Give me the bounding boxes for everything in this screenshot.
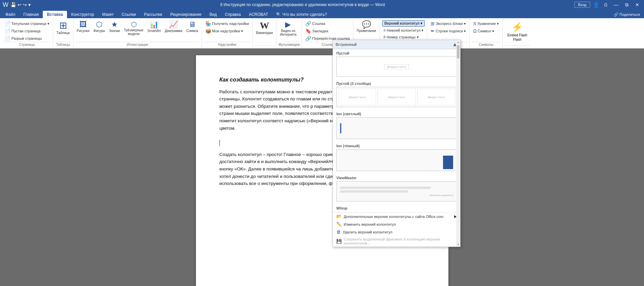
pictures-button[interactable]: 🖼 Рисунки xyxy=(75,20,91,33)
comment-button[interactable]: 💬 Примечание xyxy=(355,20,378,33)
signature-lines-button[interactable]: ✒ Строки подписи ▾ xyxy=(429,28,467,34)
page-break-button[interactable]: 📄 Разрыв страницы xyxy=(3,35,51,42)
3d-models-button[interactable]: ⬡ Трёхмерныемодели xyxy=(123,20,145,36)
tab-review[interactable]: Рецензирование xyxy=(166,11,206,18)
flash-sublabel: Flash xyxy=(513,38,521,41)
chart-button[interactable]: 📈 Диаграмма xyxy=(164,20,184,33)
page-number-button[interactable]: # Номер страницы ▾ xyxy=(382,34,425,40)
video-button[interactable]: ▶ Видео изИнтернета xyxy=(278,20,298,37)
minimize-button[interactable]: — xyxy=(612,2,620,7)
pages-label: Страницы xyxy=(3,42,51,47)
my-addons-icon: 📦 xyxy=(205,28,211,34)
login-button[interactable]: Вход xyxy=(574,2,590,8)
pictures-icon: 🖼 xyxy=(79,21,87,28)
comments-group-content: 💬 Примечание xyxy=(355,19,378,42)
window-title: 9 Инструкция по созданию, редактированию… xyxy=(31,2,574,7)
vm-line-2 xyxy=(340,190,408,193)
text-buttons: ⊞ Экспресс-блоки ▾ ✒ Строки подписи ▾ xyxy=(429,20,467,34)
footer-button[interactable]: ≡ Нижний колонтитул ▾ xyxy=(382,27,425,33)
edit-header-icon: ✏️ xyxy=(336,222,342,227)
share-icon[interactable]: ⎙ xyxy=(602,2,609,7)
save-to-collection-button[interactable]: 💾 Сохранить выделенный фрагмент в коллек… xyxy=(333,236,460,247)
customize-icon[interactable]: ▾ xyxy=(28,2,31,7)
bookmark-button[interactable]: 🔖 Закладка xyxy=(304,28,351,34)
tab-home[interactable]: Главная xyxy=(20,11,43,18)
tab-help[interactable]: Справка xyxy=(221,11,245,18)
illustrations-group-content: 🖼 Рисунки ⬡ Фигуры ★ Значки ⬡ Трёхмерные… xyxy=(75,19,200,42)
edit-header-label: Изменить верхний колонтитул xyxy=(344,222,396,226)
tab-file[interactable]: Файл xyxy=(1,11,20,18)
ribbon-group-tables: ⊞ Таблица Таблицы xyxy=(53,19,73,47)
smartart-button[interactable]: 📊 SmartArt xyxy=(146,20,162,33)
text-group-content: ⊞ Экспресс-блоки ▾ ✒ Строки подписи ▾ xyxy=(429,19,467,42)
embed-flash-button[interactable]: ⚡ Embed Flash Flash xyxy=(505,20,530,43)
shapes-button[interactable]: ⬡ Фигуры xyxy=(92,20,106,33)
tab-constructor[interactable]: Конструктор xyxy=(67,11,98,18)
scrollbar-down-arrow[interactable]: ▼ xyxy=(457,243,460,246)
dropdown-embedded-label: Встроенный xyxy=(336,42,357,46)
tab-layout[interactable]: Макет xyxy=(98,11,118,18)
express-blocks-button[interactable]: ⊞ Экспресс-блоки ▾ xyxy=(429,20,467,27)
undo-icon[interactable]: ↩ xyxy=(18,2,22,7)
get-addons-icon: 🏪 xyxy=(205,21,211,26)
header-dropdown-button[interactable]: Верхний колонтитул ▾ xyxy=(382,20,425,27)
share-button[interactable]: 🔗 Поделиться xyxy=(611,11,643,18)
ribbon-group-wikipedia: W Википедия xyxy=(253,19,277,47)
link-button[interactable]: 🔗 Ссылка xyxy=(304,20,351,27)
tab-search[interactable]: 🔍 Что вы хотите сделать? xyxy=(272,11,331,18)
icons-button[interactable]: ★ Значки xyxy=(108,20,121,33)
restore-button[interactable]: ⧉ xyxy=(623,2,631,8)
redo-icon[interactable]: ↪ xyxy=(23,2,27,7)
more-headers-button[interactable]: 📂 Дополнительные верхние колонтитулы с с… xyxy=(333,213,460,220)
wikipedia-icon: W xyxy=(260,21,269,30)
smartart-icon: 📊 xyxy=(149,21,159,28)
tab-references[interactable]: Ссылки xyxy=(118,11,140,18)
person-icon[interactable]: 👤 xyxy=(593,2,600,8)
scrollbar-up-arrow[interactable]: ▲ xyxy=(457,41,460,44)
empty-3col-item[interactable]: [Введите текст] [Введите текст] [Введите… xyxy=(336,87,457,107)
screenshot-icon: 🖥 xyxy=(189,21,196,28)
empty-header-item[interactable]: [Введите текст] xyxy=(336,57,457,77)
equation-button[interactable]: π Уравнение ▾ xyxy=(472,20,500,27)
ribbon-group-embedflash: ⚡ Embed Flash Flash xyxy=(503,19,532,47)
title-bar-right: Вход 👤 ⎙ — ⧉ ✕ xyxy=(574,2,641,8)
equation-icon: π xyxy=(473,21,476,26)
panel-scrollbar[interactable]: ▲ ▼ xyxy=(456,40,460,247)
tables-label: Таблицы xyxy=(55,42,71,47)
blank-page-button[interactable]: 📄 Пустая страница xyxy=(3,28,51,34)
tab-acrobat[interactable]: ACROBAT xyxy=(245,11,272,18)
more-headers-icon: 📂 xyxy=(336,214,342,219)
addons-label: Надстройки xyxy=(204,42,250,47)
title-page-button[interactable]: 📄 Титульная страница ▾ xyxy=(3,20,51,27)
ion-dark-item[interactable] xyxy=(336,149,457,171)
edit-header-button[interactable]: ✏️ Изменить верхний колонтитул xyxy=(333,220,460,228)
section-ion-light-label: Ion (светлый) xyxy=(333,110,460,117)
screenshot-button[interactable]: 🖥 Снимок xyxy=(185,20,200,33)
ribbon-group-symbols: π Уравнение ▾ Ω Символ ▾ Символы xyxy=(470,19,503,47)
tab-insert[interactable]: Вставка xyxy=(43,11,67,18)
pages-buttons: 📄 Титульная страница ▾ 📄 Пустая страница… xyxy=(3,20,51,42)
get-addons-button[interactable]: 🏪 Получить надстройки xyxy=(204,20,250,27)
save-icon[interactable]: 💾 xyxy=(10,2,16,7)
scrollbar-thumb[interactable] xyxy=(457,45,460,59)
word-logo-icon: W xyxy=(3,1,8,8)
page-number-icon: # xyxy=(383,35,386,39)
empty-preview-container: [Введите текст] Пустой Пустой верхний ко… xyxy=(336,57,457,77)
footer-icon: ≡ xyxy=(383,28,386,33)
tab-view[interactable]: Вид xyxy=(205,11,221,18)
section-empty-label: Пустой xyxy=(333,49,460,57)
table-button[interactable]: ⊞ Таблица xyxy=(55,20,71,35)
wikipedia-button[interactable]: W Википедия xyxy=(255,20,274,35)
delete-header-button[interactable]: 🗑 Удалить верхний колонтитул xyxy=(333,228,460,236)
symbol-button[interactable]: Ω Символ ▾ xyxy=(472,28,500,34)
ribbon-body: 📄 Титульная страница ▾ 📄 Пустая страница… xyxy=(0,18,644,49)
ion-light-item[interactable] xyxy=(336,117,457,139)
close-button[interactable]: ✕ xyxy=(633,2,641,7)
dropdown-scroll-area[interactable]: Пустой [Введите текст] Пустой Пустой вер… xyxy=(333,49,460,211)
tab-mailings[interactable]: Рассылки xyxy=(140,11,166,18)
title-bar-left: W 💾 ↩ ↪ ▾ xyxy=(3,1,31,8)
quick-access-toolbar: 💾 ↩ ↪ ▾ xyxy=(10,2,31,7)
my-addons-button[interactable]: 📦 Мои надстройки ▾ xyxy=(204,28,250,34)
viewmaster-item[interactable]: [заполнить документ] xyxy=(336,181,457,201)
symbols-group-content: π Уравнение ▾ Ω Символ ▾ xyxy=(472,19,500,42)
